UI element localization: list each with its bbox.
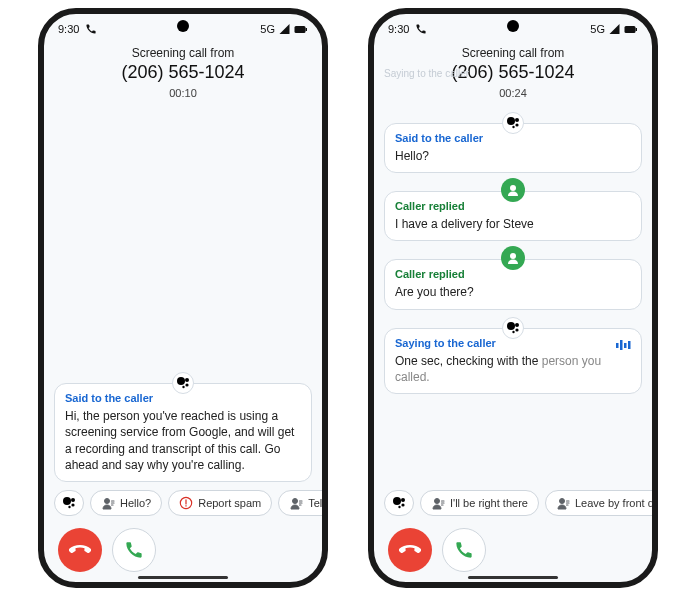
home-indicator: [468, 576, 558, 579]
status-network: 5G: [590, 23, 605, 35]
header-timer: 00:24: [384, 87, 642, 99]
assistant-avatar: [502, 317, 524, 339]
card-body: Are you there?: [395, 284, 631, 300]
card-saying-to-caller: Saying to the caller One sec, checking w…: [384, 328, 642, 394]
assistant-chip[interactable]: [384, 490, 414, 516]
chip-report-spam-label: Report spam: [198, 497, 261, 509]
phone-active-icon: [85, 23, 97, 35]
caller-avatar: [501, 246, 525, 270]
header-title: Screening call from: [384, 46, 642, 60]
content-right: Said to the caller Hello? Caller replied…: [374, 103, 652, 482]
camera-cutout: [507, 20, 519, 32]
assistant-avatar: [172, 372, 194, 394]
svg-rect-12: [628, 341, 631, 349]
answer-icon: [124, 540, 144, 560]
chip-report-spam[interactable]: Report spam: [168, 490, 272, 516]
call-header: Screening call from (206) 565-1024 00:10: [44, 40, 322, 103]
status-time: 9:30: [58, 23, 79, 35]
chip-be-right-there[interactable]: I'll be right there: [420, 490, 539, 516]
chip-row: Hello? Report spam Tell me mo: [44, 482, 322, 522]
answer-button[interactable]: [112, 528, 156, 572]
chip-label: I'll be right there: [450, 497, 528, 509]
content-left: Said to the caller Hi, the person you've…: [44, 103, 322, 482]
card-body: I have a delivery for Steve: [395, 216, 631, 232]
signal-icon: [609, 24, 620, 34]
card-body: Hi, the person you've reached is using a…: [65, 408, 301, 473]
ask-icon: [556, 496, 570, 510]
equalizer-icon: [615, 339, 631, 351]
call-actions: [374, 522, 652, 582]
assistant-icon: [392, 496, 406, 510]
header-number: (206) 565-1024: [54, 62, 312, 83]
svg-rect-9: [616, 343, 619, 348]
answer-button[interactable]: [442, 528, 486, 572]
ask-icon: [431, 496, 445, 510]
spam-icon: [179, 496, 193, 510]
svg-rect-11: [624, 343, 627, 348]
battery-icon: [624, 24, 638, 35]
ask-icon: [101, 496, 115, 510]
answer-icon: [454, 540, 474, 560]
person-icon: [505, 250, 521, 266]
card-caller-replied: Caller replied I have a delivery for Ste…: [384, 191, 642, 241]
caller-avatar: [501, 178, 525, 202]
assistant-icon: [506, 321, 520, 335]
card-said-to-caller: Said to the caller Hello?: [384, 123, 642, 173]
svg-rect-10: [620, 340, 623, 350]
card-title: Saying to the caller: [395, 337, 496, 349]
header-timer: 00:10: [54, 87, 312, 99]
card-body: Hello?: [395, 148, 631, 164]
hangup-icon: [399, 539, 421, 561]
chip-row: I'll be right there Leave by front door: [374, 482, 652, 522]
chip-leave-front-door[interactable]: Leave by front door: [545, 490, 652, 516]
phone-active-icon: [415, 23, 427, 35]
battery-icon: [294, 24, 308, 35]
assistant-icon: [506, 116, 520, 130]
assistant-avatar: [502, 112, 524, 134]
hangup-button[interactable]: [388, 528, 432, 572]
chip-tell-more-label: Tell me mo: [308, 497, 322, 509]
chip-hello-label: Hello?: [120, 497, 151, 509]
person-icon: [505, 182, 521, 198]
card-body: One sec, checking with the person you ca…: [395, 353, 631, 385]
assistant-icon: [176, 376, 190, 390]
chip-hello[interactable]: Hello?: [90, 490, 162, 516]
camera-cutout: [177, 20, 189, 32]
call-actions: [44, 522, 322, 582]
card-caller-replied: Caller replied Are you there?: [384, 259, 642, 309]
faded-previous-message: Saying to the caller: [384, 68, 469, 80]
assistant-icon: [62, 496, 76, 510]
hangup-button[interactable]: [58, 528, 102, 572]
header-title: Screening call from: [54, 46, 312, 60]
status-time: 9:30: [388, 23, 409, 35]
signal-icon: [279, 24, 290, 34]
phone-frame-left: 9:30 5G Screening call from (206) 565-10…: [38, 8, 328, 588]
status-network: 5G: [260, 23, 275, 35]
ask-icon: [289, 496, 303, 510]
chip-label: Leave by front door: [575, 497, 652, 509]
phone-frame-right: 9:30 5G Saying to the caller Screening c…: [368, 8, 658, 588]
assistant-chip[interactable]: [54, 490, 84, 516]
home-indicator: [138, 576, 228, 579]
chip-tell-more[interactable]: Tell me mo: [278, 490, 322, 516]
card-said-to-caller: Said to the caller Hi, the person you've…: [54, 383, 312, 482]
hangup-icon: [69, 539, 91, 561]
